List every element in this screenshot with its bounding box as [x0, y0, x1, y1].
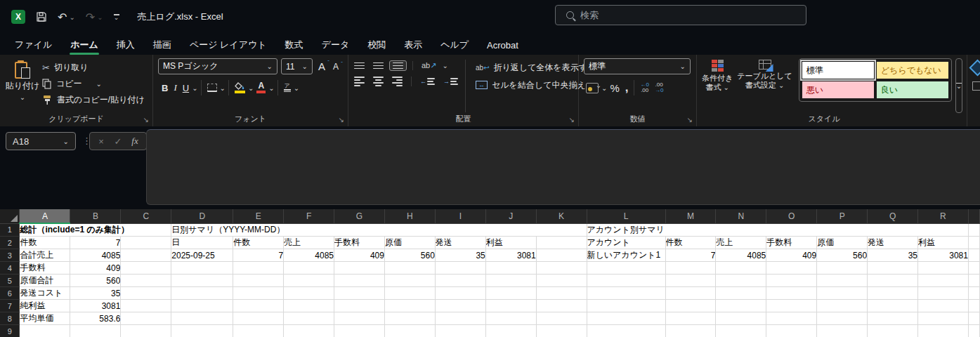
- style-cell[interactable]: どちらでもない: [877, 62, 948, 79]
- cell-G6[interactable]: [334, 287, 385, 300]
- cell-C5[interactable]: [121, 275, 171, 287]
- underline-button[interactable]: U: [180, 81, 192, 95]
- chevron-down-icon[interactable]: ⌄: [69, 13, 74, 21]
- col-header-I[interactable]: I: [435, 209, 485, 223]
- cell-D6[interactable]: [171, 287, 233, 300]
- cell-B3[interactable]: 4085: [70, 249, 121, 262]
- cell-L9[interactable]: [587, 325, 665, 337]
- cell-C9[interactable]: [121, 325, 171, 337]
- dialog-launcher-icon[interactable]: ↘: [687, 117, 693, 124]
- tab-data[interactable]: データ: [313, 35, 359, 55]
- cell-I8[interactable]: [435, 312, 485, 325]
- cell-K8[interactable]: [536, 312, 587, 325]
- cell-D3[interactable]: 2025-09-25: [171, 249, 233, 262]
- cell-M9[interactable]: [665, 325, 716, 337]
- select-all-button[interactable]: [0, 209, 20, 223]
- align-right-button[interactable]: [389, 75, 405, 88]
- cell-J2[interactable]: 利益: [485, 237, 536, 249]
- row-header-4[interactable]: 4: [0, 262, 20, 275]
- cell-B7[interactable]: 3081: [70, 300, 121, 312]
- col-header-J[interactable]: J: [485, 209, 536, 223]
- cell-E7[interactable]: [233, 300, 284, 312]
- chevron-down-icon[interactable]: ⌄: [96, 80, 102, 88]
- cell-C6[interactable]: [121, 287, 171, 300]
- cell-G7[interactable]: [334, 300, 385, 312]
- tab-file[interactable]: ファイル: [6, 35, 61, 55]
- style-gallery-more-button[interactable]: ⌄: [955, 58, 962, 113]
- cell-A3[interactable]: 合計売上: [20, 249, 70, 262]
- cell-F2[interactable]: 売上: [284, 237, 334, 249]
- cell-A1[interactable]: 総計（include=1 のみ集計）: [20, 223, 171, 237]
- formula-bar-input[interactable]: [146, 129, 980, 205]
- cell-E4[interactable]: [233, 262, 284, 275]
- cell-O3[interactable]: 409: [766, 249, 817, 262]
- cell-J4[interactable]: [485, 262, 536, 275]
- cell-R2[interactable]: 利益: [918, 237, 969, 249]
- align-bottom-button[interactable]: [389, 60, 407, 72]
- cell-H7[interactable]: [384, 300, 435, 312]
- enter-icon[interactable]: ✓: [110, 136, 126, 147]
- cell-Q2[interactable]: 発送: [868, 237, 918, 249]
- cell-F8[interactable]: [284, 312, 334, 325]
- cell-Q5[interactable]: [868, 275, 918, 287]
- cell-F9[interactable]: [284, 325, 334, 337]
- chevron-down-icon[interactable]: ⌄: [220, 84, 226, 92]
- cell-O9[interactable]: [766, 325, 817, 337]
- percent-style-button[interactable]: %: [607, 81, 622, 95]
- cell-B2[interactable]: 7: [70, 237, 121, 249]
- cell-P5[interactable]: [817, 275, 868, 287]
- cell-G4[interactable]: [334, 262, 385, 275]
- cell-K7[interactable]: [536, 300, 587, 312]
- cell-K5[interactable]: [536, 275, 587, 287]
- cell-M6[interactable]: [665, 287, 716, 300]
- cell-E6[interactable]: [233, 287, 284, 300]
- accounting-format-button[interactable]: [583, 81, 601, 95]
- cell-C4[interactable]: [121, 262, 171, 275]
- cell-P7[interactable]: [817, 300, 868, 312]
- dialog-launcher-icon[interactable]: ↘: [143, 117, 149, 124]
- phonetic-guide-button[interactable]: ア: [281, 82, 294, 93]
- cell-E9[interactable]: [233, 325, 284, 337]
- cell-F6[interactable]: [284, 287, 334, 300]
- tab-draw[interactable]: 描画: [144, 35, 181, 55]
- row-header-3[interactable]: 3: [0, 249, 20, 262]
- cell-Q8[interactable]: [868, 312, 918, 325]
- bold-button[interactable]: B: [159, 81, 171, 95]
- cell-R8[interactable]: [918, 312, 969, 325]
- cell-K4[interactable]: [536, 262, 587, 275]
- cancel-icon[interactable]: ×: [93, 136, 110, 147]
- tab-review[interactable]: 校閲: [358, 35, 395, 55]
- save-button[interactable]: [36, 11, 47, 22]
- cell-I3[interactable]: 35: [435, 249, 485, 262]
- cell-L6[interactable]: [587, 287, 665, 300]
- font-name-select[interactable]: MS Pゴシック ⌄: [158, 58, 277, 74]
- cell-F7[interactable]: [284, 300, 334, 312]
- cell-H4[interactable]: [384, 262, 435, 275]
- format-as-table-button[interactable]: テーブルとして 書式設定 ⌄: [735, 58, 795, 91]
- col-header-N[interactable]: N: [716, 209, 766, 223]
- cell-H9[interactable]: [384, 325, 435, 337]
- search-input[interactable]: 検索: [555, 5, 806, 25]
- cell-M5[interactable]: [665, 275, 716, 287]
- cell-L3[interactable]: 新しいアカウント1: [587, 249, 665, 262]
- col-header-R[interactable]: R: [918, 209, 969, 223]
- cell-N4[interactable]: [716, 262, 766, 275]
- align-left-button[interactable]: [351, 75, 367, 88]
- style-cell[interactable]: 良い: [877, 81, 948, 98]
- tab-home[interactable]: ホーム: [61, 35, 107, 55]
- cell-J8[interactable]: [485, 312, 536, 325]
- cell-D9[interactable]: [171, 325, 233, 337]
- excel-logo-icon[interactable]: X: [11, 10, 25, 24]
- cell-G3[interactable]: 409: [334, 249, 385, 262]
- cell-J7[interactable]: [485, 300, 536, 312]
- cell-O5[interactable]: [766, 275, 817, 287]
- cell-K2[interactable]: [536, 237, 587, 249]
- cell-R3[interactable]: 3081: [918, 249, 969, 262]
- cell-J3[interactable]: 3081: [485, 249, 536, 262]
- cell-P6[interactable]: [817, 287, 868, 300]
- cell-J6[interactable]: [485, 287, 536, 300]
- cell-J9[interactable]: [485, 325, 536, 337]
- name-box[interactable]: A18 ⌄: [6, 132, 76, 150]
- cell-G5[interactable]: [334, 275, 385, 287]
- row-header-5[interactable]: 5: [0, 275, 20, 287]
